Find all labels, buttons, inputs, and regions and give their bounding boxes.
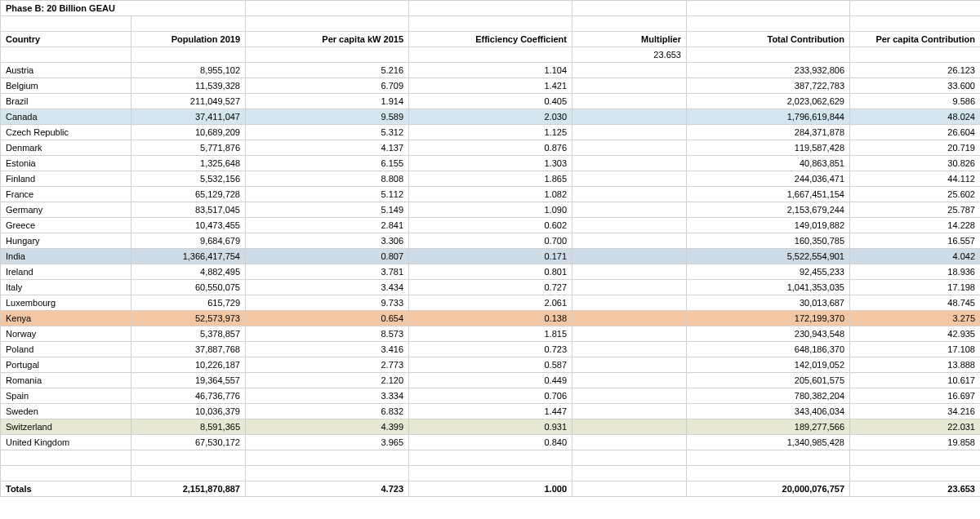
cell-mult (572, 94, 687, 109)
cell-mult (572, 249, 687, 264)
cell-total: 648,186,370 (687, 342, 850, 357)
cell-kw: 8.573 (246, 326, 409, 342)
table-row: Portugal10,226,1872.7730.587142,019,0521… (1, 357, 981, 373)
cell-country: Ireland (1, 264, 131, 280)
cell-country: Italy (1, 280, 131, 295)
cell-kw: 9.733 (246, 295, 409, 311)
cell-eff: 0.876 (409, 140, 572, 156)
table-row: Luxembourg615,7299.7332.06130,013,68748.… (1, 295, 981, 311)
cell-kw: 1.914 (246, 94, 409, 109)
table-row: France65,129,7285.1121.0821,667,451,1542… (1, 187, 981, 202)
totals-label: Totals (1, 481, 131, 497)
cell-total: 1,796,619,844 (687, 109, 850, 125)
cell-total: 172,199,370 (687, 311, 850, 326)
cell-kw: 2.773 (246, 357, 409, 373)
cell-mult (572, 404, 687, 419)
cell-eff: 0.801 (409, 264, 572, 280)
cell-country: Finland (1, 171, 131, 187)
cell-kw: 3.965 (246, 435, 409, 450)
cell-country: Romania (1, 373, 131, 388)
col-total-contrib: Total Contribution (687, 32, 850, 47)
cell-kw: 2.120 (246, 373, 409, 388)
table-row: Ireland4,882,4953.7810.80192,455,23318.9… (1, 264, 981, 280)
cell-eff: 0.723 (409, 342, 572, 357)
cell-population: 1,366,417,754 (131, 249, 246, 264)
col-percapita-contrib: Per capita Contribution (850, 32, 981, 47)
table-row: Sweden10,036,3796.8321.447343,406,03434.… (1, 404, 981, 419)
cell-total: 2,153,679,244 (687, 202, 850, 218)
table-row: Austria8,955,1025.2161.104233,932,80626.… (1, 63, 981, 78)
cell-total: 343,406,034 (687, 404, 850, 419)
cell-eff: 0.138 (409, 311, 572, 326)
cell-total: 1,340,985,428 (687, 435, 850, 450)
cell-population: 10,689,209 (131, 125, 246, 140)
cell-total: 40,863,851 (687, 156, 850, 171)
col-population: Population 2019 (131, 32, 246, 47)
cell-total: 233,932,806 (687, 63, 850, 78)
cell-eff: 1.421 (409, 78, 572, 94)
cell-kw: 5.149 (246, 202, 409, 218)
cell-kw: 4.137 (246, 140, 409, 156)
cell-kw: 5.216 (246, 63, 409, 78)
page-title: Phase B: 20 Billion GEAU (1, 1, 246, 16)
cell-kw: 3.434 (246, 280, 409, 295)
cell-population: 5,378,857 (131, 326, 246, 342)
cell-country: United Kingdom (1, 435, 131, 450)
cell-population: 37,411,047 (131, 109, 246, 125)
cell-population: 65,129,728 (131, 187, 246, 202)
cell-country: Brazil (1, 94, 131, 109)
cell-country: Czech Republic (1, 125, 131, 140)
cell-eff: 0.706 (409, 388, 572, 404)
multiplier-value: 23.653 (572, 47, 687, 63)
cell-population: 211,049,527 (131, 94, 246, 109)
cell-eff: 1.082 (409, 187, 572, 202)
cell-mult (572, 342, 687, 357)
cell-mult (572, 171, 687, 187)
cell-total: 119,587,428 (687, 140, 850, 156)
cell-pcc: 48.745 (850, 295, 981, 311)
table-row: Kenya52,573,9730.6540.138172,199,3703.27… (1, 311, 981, 326)
col-efficiency: Efficiency Coefficient (409, 32, 572, 47)
table-row: United Kingdom67,530,1723.9650.8401,340,… (1, 435, 981, 450)
totals-mult (572, 481, 687, 497)
cell-total: 230,943,548 (687, 326, 850, 342)
cell-pcc: 4.042 (850, 249, 981, 264)
cell-mult (572, 357, 687, 373)
cell-eff: 1.815 (409, 326, 572, 342)
cell-pcc: 10.617 (850, 373, 981, 388)
cell-mult (572, 187, 687, 202)
cell-pcc: 25.787 (850, 202, 981, 218)
col-country: Country (1, 32, 131, 47)
cell-pcc: 16.697 (850, 388, 981, 404)
cell-kw: 9.589 (246, 109, 409, 125)
cell-kw: 6.832 (246, 404, 409, 419)
cell-mult (572, 280, 687, 295)
multiplier-row: 23.653 (1, 47, 981, 63)
table-row: Italy60,550,0753.4340.7271,041,353,03517… (1, 280, 981, 295)
cell-kw: 6.709 (246, 78, 409, 94)
cell-kw: 3.781 (246, 264, 409, 280)
cell-mult (572, 435, 687, 450)
totals-kw: 4.723 (246, 481, 409, 497)
cell-eff: 0.405 (409, 94, 572, 109)
cell-pcc: 42.935 (850, 326, 981, 342)
cell-population: 11,539,328 (131, 78, 246, 94)
cell-eff: 2.030 (409, 109, 572, 125)
totals-total: 20,000,076,757 (687, 481, 850, 497)
cell-population: 83,517,045 (131, 202, 246, 218)
cell-mult (572, 156, 687, 171)
cell-eff: 1.447 (409, 404, 572, 419)
cell-mult (572, 311, 687, 326)
cell-kw: 0.807 (246, 249, 409, 264)
cell-country: India (1, 249, 131, 264)
cell-kw: 3.306 (246, 233, 409, 249)
spacer-row (1, 466, 981, 481)
cell-eff: 0.700 (409, 233, 572, 249)
cell-total: 30,013,687 (687, 295, 850, 311)
data-table: Phase B: 20 Billion GEAU Country Populat… (0, 0, 980, 497)
cell-population: 60,550,075 (131, 280, 246, 295)
cell-pcc: 26.123 (850, 63, 981, 78)
cell-country: Hungary (1, 233, 131, 249)
table-row: Germany83,517,0455.1491.0902,153,679,244… (1, 202, 981, 218)
cell-eff: 1.104 (409, 63, 572, 78)
